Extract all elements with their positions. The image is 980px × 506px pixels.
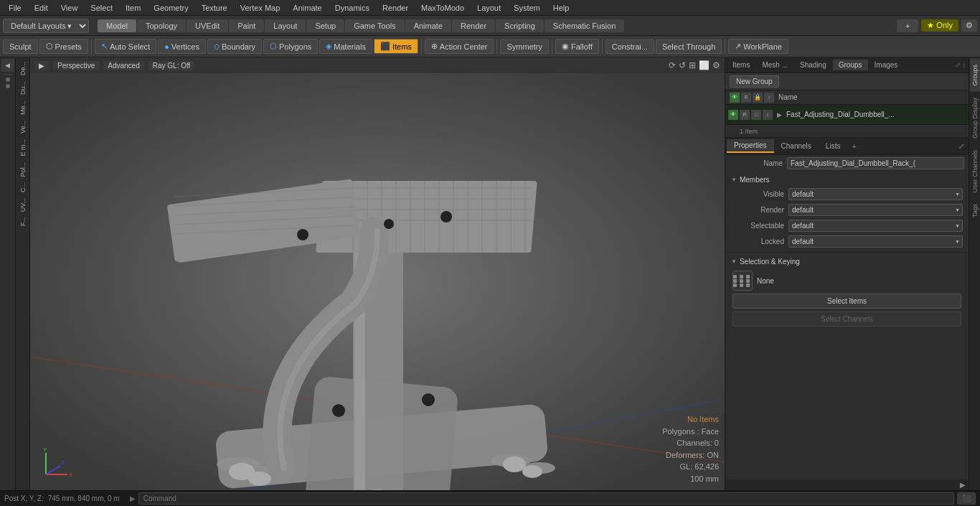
menu-file[interactable]: File bbox=[3, 2, 27, 14]
layout-tab-topology[interactable]: Topology bbox=[137, 19, 186, 32]
locked-select[interactable]: default on off bbox=[788, 235, 963, 248]
tool-label-c[interactable]: C... bbox=[19, 179, 27, 195]
menu-dynamics[interactable]: Dynamics bbox=[329, 2, 375, 14]
tool-label-ve[interactable]: Ve... bbox=[19, 118, 27, 136]
select-through-btn[interactable]: Select Through bbox=[656, 39, 722, 54]
props-tab-plus[interactable]: + bbox=[847, 141, 860, 152]
vp-toggle[interactable]: ▶ bbox=[34, 61, 49, 70]
tool-label-du[interactable]: Du... bbox=[19, 78, 27, 98]
group-expand-arrow[interactable]: ▶ bbox=[777, 111, 782, 118]
gear-btn[interactable]: ⚙ bbox=[961, 19, 977, 32]
vp-icon-rotate[interactable]: ⟳ bbox=[669, 60, 676, 70]
group-eye-icon[interactable]: 👁 bbox=[728, 110, 738, 120]
tool-label-me[interactable]: Me... bbox=[19, 98, 27, 118]
sculpt-btn[interactable]: Sculpt bbox=[3, 39, 38, 54]
props-tab-properties[interactable]: Properties bbox=[727, 139, 774, 153]
items-btn[interactable]: ⬛ Items bbox=[374, 39, 418, 54]
vtab-group-display[interactable]: Group Display bbox=[970, 92, 980, 144]
members-header[interactable]: Members bbox=[730, 174, 964, 186]
vertices-btn[interactable]: ● Vertices bbox=[158, 39, 206, 54]
materials-btn[interactable]: ◈ Materials bbox=[319, 39, 372, 54]
tool-label-em[interactable]: E m... bbox=[19, 136, 27, 159]
rp-tab-items[interactable]: Items bbox=[727, 60, 755, 70]
presets-btn[interactable]: ⬡ Presets bbox=[39, 39, 88, 54]
vp-perspective[interactable]: Perspective bbox=[53, 61, 99, 70]
menu-geometry[interactable]: Geometry bbox=[148, 2, 194, 14]
viewport-canvas[interactable]: No Items Polygons : Face Channels: 0 Def… bbox=[30, 73, 725, 490]
group-lock-icon[interactable]: □ bbox=[751, 110, 761, 120]
command-input[interactable] bbox=[138, 492, 954, 505]
rp-tab-shading[interactable]: Shading bbox=[794, 60, 832, 70]
group-item[interactable]: 👁 R □ i ▶ Fast_Adjusting_Dial_Dumbbell_.… bbox=[725, 105, 969, 125]
render-icon[interactable]: R bbox=[741, 93, 751, 103]
pin-icon[interactable]: ↕ bbox=[962, 61, 966, 69]
props-expand-btn[interactable]: ⤢ bbox=[956, 142, 967, 150]
menu-edit[interactable]: Edit bbox=[29, 2, 54, 14]
polygons-btn[interactable]: ⬡ Polygons bbox=[263, 39, 318, 54]
menu-select[interactable]: Select bbox=[85, 2, 118, 14]
layout-tab-schematic[interactable]: Schematic Fusion bbox=[545, 19, 624, 32]
vp-icon-frame[interactable]: ⬜ bbox=[699, 60, 710, 70]
menu-texture[interactable]: Texture bbox=[196, 2, 233, 14]
constraints-btn[interactable]: Constrai... bbox=[606, 39, 654, 54]
render-select[interactable]: default on off bbox=[788, 204, 963, 216]
menu-layout[interactable]: Layout bbox=[471, 2, 507, 14]
viewport[interactable]: ▶ Perspective Advanced Ray GL: Off ⟳ ↺ ⊞… bbox=[30, 57, 725, 490]
vp-icon-pan[interactable]: ↺ bbox=[679, 60, 686, 70]
vtab-groups[interactable]: Groups bbox=[970, 59, 980, 92]
info-icon[interactable]: i bbox=[764, 93, 774, 103]
rp-tab-groups[interactable]: Groups bbox=[833, 60, 868, 70]
menu-help[interactable]: Help bbox=[547, 2, 575, 14]
props-tab-channels[interactable]: Channels bbox=[774, 140, 819, 152]
tool-label-de[interactable]: De... bbox=[19, 59, 27, 78]
plus-layout-btn[interactable]: + bbox=[897, 19, 918, 32]
group-render-icon[interactable]: R bbox=[740, 110, 750, 120]
rp-tab-images[interactable]: Images bbox=[869, 60, 904, 70]
tool-label-f[interactable]: F... bbox=[19, 215, 27, 229]
layout-tab-gametools[interactable]: Game Tools bbox=[345, 19, 405, 32]
layout-tab-model[interactable]: Model bbox=[98, 19, 136, 32]
layout-tab-paint[interactable]: Paint bbox=[229, 19, 264, 32]
menu-system[interactable]: System bbox=[508, 2, 546, 14]
layout-tab-setup[interactable]: Setup bbox=[306, 19, 344, 32]
falloff-btn[interactable]: ◉ Falloff bbox=[555, 39, 599, 54]
vp-icon-zoom[interactable]: ⊞ bbox=[689, 60, 696, 70]
tool-label-uv[interactable]: UV... bbox=[19, 195, 27, 215]
layout-tab-layout[interactable]: Layout bbox=[265, 19, 306, 32]
eye-icon[interactable]: 👁 bbox=[730, 93, 740, 103]
group-info-icon[interactable]: i bbox=[763, 110, 773, 120]
workplane-btn[interactable]: ↗ WorkPlane bbox=[728, 39, 788, 54]
menu-animate[interactable]: Animate bbox=[287, 2, 327, 14]
vp-icon-settings[interactable]: ⚙ bbox=[712, 60, 720, 70]
action-center-btn[interactable]: ⊕ Action Center bbox=[425, 39, 494, 54]
menu-maxtomodo[interactable]: MaxToModo bbox=[415, 2, 470, 14]
vp-raygl[interactable]: Ray GL: Off bbox=[149, 61, 195, 70]
menu-view[interactable]: View bbox=[55, 2, 84, 14]
layout-tab-uvedit[interactable]: UVEdit bbox=[187, 19, 228, 32]
vtab-user-channels[interactable]: User Channels bbox=[970, 144, 980, 199]
selectable-select[interactable]: default on off bbox=[788, 220, 963, 232]
autoselect-btn[interactable]: ↖ Auto Select bbox=[95, 39, 156, 54]
menu-vertex-map[interactable]: Vertex Map bbox=[235, 2, 286, 14]
props-tab-lists[interactable]: Lists bbox=[819, 140, 848, 152]
sidebar-expand[interactable]: ◀ bbox=[1, 59, 14, 72]
layout-tab-scripting[interactable]: Scripting bbox=[496, 19, 544, 32]
layout-tab-animate[interactable]: Animate bbox=[405, 19, 451, 32]
symmetry-btn[interactable]: Symmetry bbox=[500, 39, 549, 54]
rp-tab-mesh[interactable]: Mesh ... bbox=[756, 60, 793, 70]
expand-icon[interactable]: ⤢ bbox=[955, 61, 961, 69]
layout-select[interactable]: Default Layouts ▾ bbox=[3, 19, 89, 33]
sel-keying-header[interactable]: Selection & Keying bbox=[730, 256, 964, 268]
tool-label-pol[interactable]: Pol... bbox=[19, 159, 27, 180]
select-items-btn[interactable]: Select Items bbox=[732, 294, 961, 309]
command-execute-btn[interactable]: ⬛ bbox=[957, 492, 976, 505]
new-group-btn[interactable]: New Group bbox=[730, 75, 779, 88]
menu-render[interactable]: Render bbox=[377, 2, 414, 14]
boundary-btn[interactable]: ◇ Boundary bbox=[207, 39, 262, 54]
menu-item[interactable]: Item bbox=[120, 2, 146, 14]
vtab-tags[interactable]: Tags bbox=[970, 198, 980, 223]
layout-tab-render[interactable]: Render bbox=[452, 19, 495, 32]
visible-select[interactable]: default on off bbox=[788, 188, 963, 200]
star-btn[interactable]: ★ Only bbox=[921, 19, 958, 32]
vp-advanced[interactable]: Advanced bbox=[103, 61, 143, 70]
